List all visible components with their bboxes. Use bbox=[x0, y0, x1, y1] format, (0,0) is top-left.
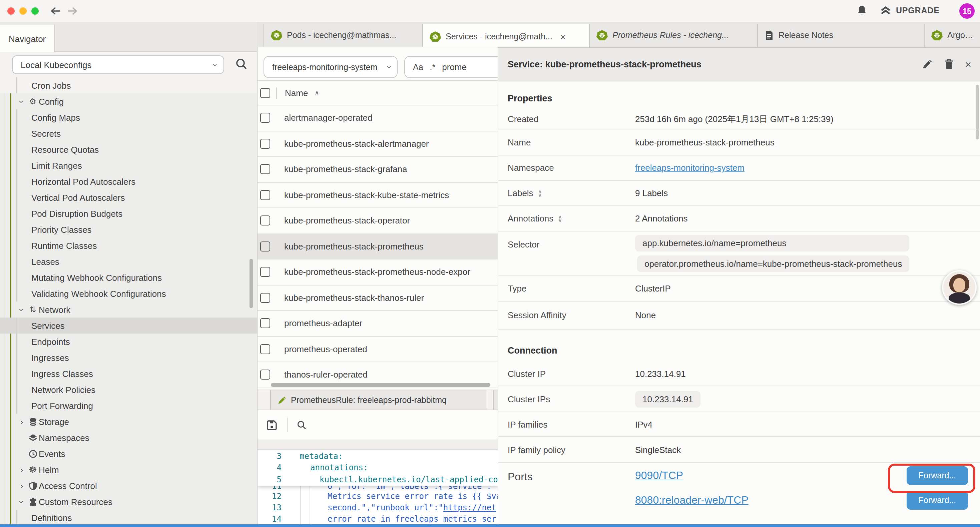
table-row[interactable]: kube-prometheus-stack-alertmanager bbox=[258, 131, 498, 157]
close-window-button[interactable] bbox=[7, 7, 15, 15]
table-row[interactable]: prometheus-operated bbox=[258, 336, 498, 362]
regex-icon[interactable]: .* bbox=[430, 62, 436, 72]
sidebar-item-access-control[interactable]: › Access Control bbox=[0, 478, 257, 494]
sidebar-item-config-maps[interactable]: Config Maps bbox=[0, 110, 257, 126]
select-all-checkbox[interactable] bbox=[260, 88, 270, 98]
notification-count-badge[interactable]: 15 bbox=[959, 3, 975, 19]
save-icon[interactable] bbox=[266, 419, 277, 431]
row-checkbox[interactable] bbox=[260, 164, 270, 174]
sidebar-item-ingresses[interactable]: Ingresses bbox=[0, 350, 257, 366]
chevron-down-icon[interactable]: › bbox=[17, 497, 27, 507]
namespace-selector[interactable]: freeleaps-monitoring-system › bbox=[264, 56, 398, 78]
sidebar-item-custom-resources[interactable]: › Custom Resources bbox=[0, 494, 257, 509]
row-value[interactable]: 2 Annotations bbox=[635, 213, 688, 223]
row-checkbox[interactable] bbox=[260, 190, 270, 200]
sidebar-item-ingress-classes[interactable]: Ingress Classes bbox=[0, 366, 257, 382]
chevron-down-icon[interactable]: › bbox=[17, 96, 27, 107]
sidebar-item-mutating-webhook-configurations[interactable]: Mutating Webhook Configurations bbox=[0, 269, 257, 285]
filter-input[interactable]: Aa .* prome bbox=[404, 56, 498, 78]
row-checkbox[interactable] bbox=[260, 113, 270, 123]
column-header-name[interactable]: Name bbox=[285, 88, 308, 98]
sidebar-item-events[interactable]: Events bbox=[0, 446, 257, 462]
close-icon[interactable]: × bbox=[965, 58, 971, 70]
row-checkbox[interactable] bbox=[260, 139, 270, 149]
chevron-right-icon[interactable]: › bbox=[17, 481, 27, 490]
expand-collapse-icon[interactable]: ∧∨ bbox=[558, 215, 562, 222]
tab-services[interactable]: ☸ Services - icecheng@math... × bbox=[423, 24, 590, 49]
chevron-right-icon[interactable]: › bbox=[17, 465, 27, 474]
port-link[interactable]: 8080:reloader-web/TCP bbox=[635, 494, 749, 506]
code-link[interactable]: https://net bbox=[443, 503, 496, 512]
row-value: None bbox=[635, 310, 656, 320]
row-checkbox[interactable] bbox=[260, 216, 270, 226]
row-value[interactable]: 9 Labels bbox=[635, 188, 668, 198]
yaml-editor[interactable]: 11 0", for: "1m", labels :{ service : fr… bbox=[258, 450, 498, 524]
tab-navigator[interactable]: Navigator bbox=[0, 25, 55, 53]
row-checkbox[interactable] bbox=[260, 267, 270, 277]
sidebar-item-leases[interactable]: Leases bbox=[0, 253, 257, 269]
notifications-bell-icon[interactable] bbox=[856, 5, 868, 17]
sidebar-item-network[interactable]: › ⇅ Network bbox=[0, 301, 257, 318]
table-row[interactable]: prometheus-adapter bbox=[258, 311, 498, 336]
sidebar-item-validating-webhook-configurations[interactable]: Validating Webhook Configurations bbox=[0, 285, 257, 301]
forward-arrow-icon[interactable] bbox=[66, 5, 79, 18]
chevron-down-icon[interactable]: › bbox=[17, 304, 27, 315]
upgrade-button[interactable]: UPGRADE bbox=[879, 5, 940, 17]
sort-ascending-icon[interactable]: ∧ bbox=[315, 89, 319, 96]
edit-pencil-icon[interactable] bbox=[921, 59, 932, 70]
tab-pods[interactable]: ☸ Pods - icecheng@mathmas... bbox=[264, 24, 423, 47]
sidebar-item-endpoints[interactable]: Endpoints bbox=[0, 334, 257, 350]
forward-button[interactable]: Forward... bbox=[907, 490, 968, 509]
row-checkbox[interactable] bbox=[260, 318, 270, 328]
sidebar-item-helm[interactable]: › ☸ Helm bbox=[0, 462, 257, 478]
minimize-window-button[interactable] bbox=[19, 7, 27, 15]
row-checkbox[interactable] bbox=[260, 293, 270, 303]
detail-row-annotations: Annotations∧∨ 2 Annotations bbox=[498, 206, 980, 231]
row-checkbox[interactable] bbox=[260, 242, 270, 252]
sidebar-item-network-policies[interactable]: Network Policies bbox=[0, 382, 257, 398]
sidebar-item-priority-classes[interactable]: Priority Classes bbox=[0, 221, 257, 237]
tab-argo[interactable]: ☸ Argo Se bbox=[924, 24, 980, 47]
sidebar-item-limit-ranges[interactable]: Limit Ranges bbox=[0, 158, 257, 174]
tab-prometheus-rules[interactable]: ☸ Prometheus Rules - icecheng... bbox=[590, 24, 758, 47]
close-tab-icon[interactable]: × bbox=[560, 32, 565, 42]
editor-search-icon[interactable] bbox=[296, 420, 307, 430]
sidebar-item-resource-quotas[interactable]: Resource Quotas bbox=[0, 142, 257, 158]
editor-tab-prometheusrule[interactable]: PrometheusRule: freeleaps-prod-rabbitmq bbox=[270, 390, 486, 409]
match-case-icon[interactable]: Aa bbox=[413, 62, 423, 72]
avatar[interactable] bbox=[942, 270, 977, 305]
table-row[interactable]: alertmanager-operated bbox=[258, 105, 498, 131]
sidebar-item-config[interactable]: › ⚙ Config bbox=[0, 93, 257, 110]
table-row[interactable]: kube-prometheus-stack-kube-state-metrics bbox=[258, 182, 498, 208]
table-row-selected[interactable]: kube-prometheus-stack-prometheus bbox=[258, 234, 498, 260]
table-row[interactable]: kube-prometheus-stack-operator bbox=[258, 208, 498, 234]
sidebar-item-pod-disruption-budgets[interactable]: Pod Disruption Budgets bbox=[0, 205, 257, 221]
sidebar-item-services[interactable]: Services bbox=[0, 318, 257, 334]
expand-collapse-icon[interactable]: ∧∨ bbox=[538, 190, 542, 196]
namespace-link[interactable]: freeleaps-monitoring-system bbox=[635, 163, 745, 173]
editor-tab-partial[interactable] bbox=[493, 390, 498, 409]
port-link[interactable]: 9090/TCP bbox=[635, 469, 683, 481]
tab-release-notes[interactable]: Release Notes bbox=[758, 24, 924, 47]
row-checkbox[interactable] bbox=[260, 370, 270, 380]
sidebar-item-horizontal-pod-autoscalers[interactable]: Horizontal Pod Autoscalers bbox=[0, 174, 257, 189]
table-row[interactable]: kube-prometheus-stack-thanos-ruler bbox=[258, 285, 498, 311]
sidebar-item-namespaces[interactable]: Namespaces bbox=[0, 430, 257, 446]
zoom-window-button[interactable] bbox=[31, 7, 39, 15]
sidebar-item-runtime-classes[interactable]: Runtime Classes bbox=[0, 237, 257, 253]
horizontal-scrollbar[interactable] bbox=[271, 383, 490, 387]
back-arrow-icon[interactable] bbox=[49, 5, 62, 18]
sidebar-item-definitions[interactable]: Definitions bbox=[0, 509, 257, 525]
search-icon[interactable] bbox=[235, 57, 248, 71]
row-checkbox[interactable] bbox=[260, 344, 270, 354]
sidebar-item-secrets[interactable]: Secrets bbox=[0, 126, 257, 142]
table-row[interactable]: kube-prometheus-stack-grafana bbox=[258, 157, 498, 182]
chevron-right-icon[interactable]: › bbox=[17, 417, 27, 427]
sidebar-item-storage[interactable]: › Storage bbox=[0, 414, 257, 430]
sidebar-item-vertical-pod-autoscalers[interactable]: Vertical Pod Autoscalers bbox=[0, 189, 257, 205]
table-row[interactable]: kube-prometheus-stack-prometheus-node-ex… bbox=[258, 260, 498, 285]
sidebar-item-port-forwarding[interactable]: Port Forwarding bbox=[0, 398, 257, 414]
sidebar-item-cron-jobs[interactable]: Cron Jobs bbox=[0, 77, 257, 93]
delete-trash-icon[interactable] bbox=[943, 59, 954, 70]
kubeconfig-selector[interactable]: Local Kubeconfigs › bbox=[12, 56, 224, 74]
